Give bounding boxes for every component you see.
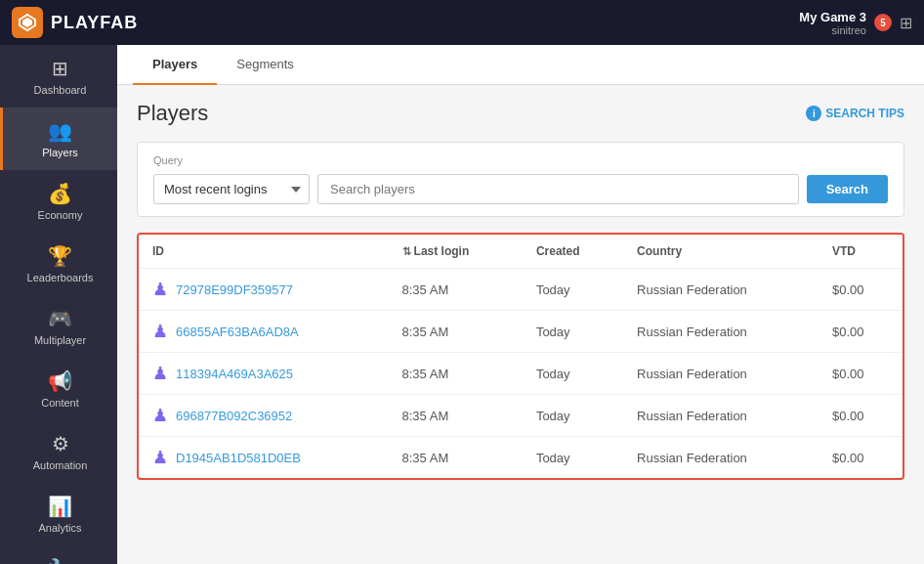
players-icon: 👥 bbox=[48, 119, 72, 143]
sidebar-item-multiplayer[interactable]: 🎮 Multiplayer bbox=[0, 295, 117, 358]
cell-last-login: 8:35 AM bbox=[389, 311, 523, 353]
query-section: Query Most recent logins All players New… bbox=[137, 142, 904, 217]
player-avatar-icon: ♟ bbox=[152, 363, 168, 384]
sidebar: ⊞ Dashboard 👥 Players 💰 Economy 🏆 Leader… bbox=[0, 45, 117, 564]
cell-country: Russian Federation bbox=[623, 395, 819, 437]
cell-id: ♟ 696877B092C36952 bbox=[139, 395, 389, 437]
cell-id: ♟ 66855AF63BA6AD8A bbox=[139, 311, 389, 353]
col-header-created: Created bbox=[523, 235, 623, 269]
cell-created: Today bbox=[523, 353, 623, 395]
cell-created: Today bbox=[523, 395, 623, 437]
players-table: ID ⇅ Last login Created Country bbox=[139, 235, 903, 478]
search-tips-button[interactable]: i SEARCH TIPS bbox=[806, 106, 904, 121]
sidebar-label-leaderboards: Leaderboards bbox=[27, 272, 94, 283]
query-label: Query bbox=[153, 154, 888, 166]
cell-country: Russian Federation bbox=[623, 269, 819, 311]
cell-last-login: 8:35 AM bbox=[389, 437, 523, 479]
svg-marker-1 bbox=[22, 18, 32, 27]
sort-icon: ⇅ bbox=[402, 245, 414, 257]
query-controls: Most recent logins All players New playe… bbox=[153, 174, 888, 204]
col-header-country: Country bbox=[623, 235, 819, 269]
dashboard-icon: ⊞ bbox=[52, 57, 68, 80]
cell-vtd: $0.00 bbox=[819, 437, 903, 479]
addons-icon: 🔧 bbox=[48, 557, 72, 564]
leaderboards-icon: 🏆 bbox=[48, 244, 72, 268]
sidebar-label-dashboard: Dashboard bbox=[34, 84, 87, 96]
info-icon: i bbox=[806, 106, 821, 121]
tab-players[interactable]: Players bbox=[133, 45, 217, 85]
players-table-body: ♟ 72978E99DF359577 8:35 AM Today Russian… bbox=[139, 269, 903, 479]
sidebar-label-automation: Automation bbox=[33, 459, 88, 471]
tab-bar: Players Segments bbox=[117, 45, 924, 85]
sidebar-label-content: Content bbox=[41, 397, 79, 409]
table-row: ♟ 66855AF63BA6AD8A 8:35 AM Today Russian… bbox=[139, 311, 903, 353]
player-avatar-icon: ♟ bbox=[152, 405, 168, 426]
cell-last-login: 8:35 AM bbox=[389, 353, 523, 395]
sidebar-label-analytics: Analytics bbox=[38, 522, 81, 534]
table-header: ID ⇅ Last login Created Country bbox=[139, 235, 903, 269]
query-select[interactable]: Most recent logins All players New playe… bbox=[153, 174, 310, 204]
automation-icon: ⚙ bbox=[52, 432, 69, 456]
cell-created: Today bbox=[523, 311, 623, 353]
cell-created: Today bbox=[523, 269, 623, 311]
player-avatar-icon: ♟ bbox=[152, 279, 168, 300]
player-id-link[interactable]: 66855AF63BA6AD8A bbox=[176, 325, 299, 339]
sidebar-label-economy: Economy bbox=[38, 209, 83, 221]
tab-segments[interactable]: Segments bbox=[217, 45, 314, 85]
player-id-link[interactable]: D1945AB1D581D0EB bbox=[176, 451, 301, 465]
table-row: ♟ D1945AB1D581D0EB 8:35 AM Today Russian… bbox=[139, 437, 903, 479]
player-id-link[interactable]: 72978E99DF359577 bbox=[176, 282, 293, 297]
multiplayer-icon: 🎮 bbox=[48, 307, 72, 330]
sidebar-item-dashboard[interactable]: ⊞ Dashboard bbox=[0, 45, 117, 108]
search-input[interactable] bbox=[317, 174, 799, 204]
analytics-icon: 📊 bbox=[48, 495, 72, 518]
page-content: Players i SEARCH TIPS Query Most recent … bbox=[117, 85, 924, 564]
page-title: Players bbox=[137, 101, 208, 126]
sidebar-item-analytics[interactable]: 📊 Analytics bbox=[0, 483, 117, 545]
cell-vtd: $0.00 bbox=[819, 395, 903, 437]
cell-id: ♟ D1945AB1D581D0EB bbox=[139, 437, 389, 479]
cell-created: Today bbox=[523, 437, 623, 479]
cell-vtd: $0.00 bbox=[819, 311, 903, 353]
players-table-container: ID ⇅ Last login Created Country bbox=[137, 233, 904, 480]
cell-last-login: 8:35 AM bbox=[389, 395, 523, 437]
cell-id: ♟ 72978E99DF359577 bbox=[139, 269, 389, 311]
col-header-id: ID bbox=[139, 235, 389, 269]
topbar: PLAYFAB My Game 3 sinitreo 5 ⊞ bbox=[0, 0, 924, 45]
grid-icon[interactable]: ⊞ bbox=[900, 14, 912, 32]
cell-id: ♟ 118394A469A3A625 bbox=[139, 353, 389, 395]
table-row: ♟ 72978E99DF359577 8:35 AM Today Russian… bbox=[139, 269, 903, 311]
sidebar-item-leaderboards[interactable]: 🏆 Leaderboards bbox=[0, 233, 117, 295]
logo-text: PLAYFAB bbox=[51, 13, 138, 33]
main-layout: ⊞ Dashboard 👥 Players 💰 Economy 🏆 Leader… bbox=[0, 45, 924, 564]
cell-last-login: 8:35 AM bbox=[389, 269, 523, 311]
sidebar-item-players[interactable]: 👥 Players bbox=[0, 108, 117, 170]
sidebar-label-multiplayer: Multiplayer bbox=[34, 334, 86, 346]
sidebar-item-automation[interactable]: ⚙ Automation bbox=[0, 420, 117, 483]
logo: PLAYFAB bbox=[12, 7, 138, 38]
cell-vtd: $0.00 bbox=[819, 269, 903, 311]
content-icon: 📢 bbox=[48, 369, 72, 393]
notification-badge[interactable]: 5 bbox=[874, 14, 892, 31]
page-header: Players i SEARCH TIPS bbox=[137, 101, 904, 126]
game-name: My Game 3 bbox=[799, 10, 866, 24]
table-row: ♟ 696877B092C36952 8:35 AM Today Russian… bbox=[139, 395, 903, 437]
player-id-link[interactable]: 118394A469A3A625 bbox=[176, 367, 293, 381]
sidebar-item-addons[interactable]: 🔧 Add-ons bbox=[0, 545, 117, 564]
cell-vtd: $0.00 bbox=[819, 353, 903, 395]
search-button[interactable]: Search bbox=[807, 175, 888, 203]
content-area: Players Segments Players i SEARCH TIPS Q… bbox=[117, 45, 924, 564]
player-avatar-icon: ♟ bbox=[152, 321, 168, 342]
sidebar-label-players: Players bbox=[42, 147, 78, 158]
col-header-last-login[interactable]: ⇅ Last login bbox=[389, 235, 523, 269]
player-id-link[interactable]: 696877B092C36952 bbox=[176, 409, 292, 423]
player-avatar-icon: ♟ bbox=[152, 447, 168, 468]
sidebar-item-economy[interactable]: 💰 Economy bbox=[0, 170, 117, 233]
cell-country: Russian Federation bbox=[623, 353, 819, 395]
table-row: ♟ 118394A469A3A625 8:35 AM Today Russian… bbox=[139, 353, 903, 395]
topbar-right: My Game 3 sinitreo 5 ⊞ bbox=[799, 10, 912, 36]
sidebar-item-content[interactable]: 📢 Content bbox=[0, 358, 117, 420]
game-user: sinitreo bbox=[799, 24, 866, 36]
game-info: My Game 3 sinitreo bbox=[799, 10, 866, 36]
economy-icon: 💰 bbox=[48, 182, 72, 205]
